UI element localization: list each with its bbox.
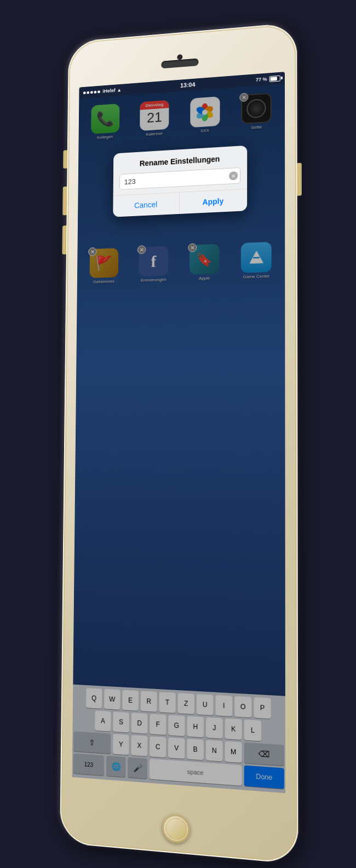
key-c[interactable]: C <box>150 736 166 757</box>
signal-dot-2 <box>87 91 89 94</box>
key-l[interactable]: L <box>244 720 261 742</box>
time-display: 13:04 <box>180 81 196 89</box>
key-globe[interactable]: 🌐 <box>106 756 126 777</box>
battery-fill <box>271 77 277 81</box>
keyboard-row-bottom: 123 🌐 🎤 space Done <box>73 754 284 789</box>
key-r[interactable]: R <box>141 691 157 711</box>
status-left: iHelef ▲ <box>83 87 122 95</box>
apply-button[interactable]: Apply <box>179 189 247 214</box>
key-o[interactable]: O <box>234 696 251 717</box>
cancel-button[interactable]: Cancel <box>113 193 179 217</box>
key-u[interactable]: U <box>197 694 214 715</box>
signal-dot-3 <box>90 91 93 94</box>
key-h[interactable]: H <box>187 716 204 737</box>
phone: iHelef ▲ 13:04 77 % <box>60 22 298 864</box>
keyboard-row3: ⇧ Y X C V B N M ⌫ <box>73 731 284 766</box>
mute-button[interactable] <box>63 150 67 169</box>
app-icon-appstore <box>241 242 272 273</box>
signal-dot-4 <box>94 90 97 93</box>
screen-content: 📞 Kollegen Dienstag 21 Kalenner <box>72 84 285 793</box>
key-y[interactable]: Y <box>113 734 129 755</box>
signal-dot-5 <box>97 90 100 93</box>
key-t[interactable]: T <box>159 692 175 713</box>
phone-body: iHelef ▲ 13:04 77 % <box>60 22 298 864</box>
key-backspace[interactable]: ⌫ <box>244 742 284 766</box>
key-d[interactable]: D <box>131 713 148 734</box>
status-right: 77 % <box>256 75 280 83</box>
key-n[interactable]: N <box>206 740 223 762</box>
key-e[interactable]: E <box>122 690 139 711</box>
app-label-gamecenter: Game Center <box>243 274 270 280</box>
dialog-overlay: Rename Einstellungen ✕ Cancel Apply <box>72 84 285 793</box>
key-f[interactable]: F <box>150 714 166 735</box>
power-button[interactable] <box>297 163 302 195</box>
rename-dialog: Rename Einstellungen ✕ Cancel Apply <box>113 146 247 217</box>
earpiece-speaker <box>161 58 198 68</box>
screen: iHelef ▲ 13:04 77 % <box>72 72 285 793</box>
key-x[interactable]: X <box>131 735 147 756</box>
key-done[interactable]: Done <box>244 765 284 789</box>
key-k[interactable]: K <box>225 719 242 740</box>
key-m[interactable]: M <box>225 741 242 763</box>
home-button[interactable] <box>162 813 190 844</box>
volume-down-button[interactable] <box>62 225 66 254</box>
wifi-icon: ▲ <box>117 87 122 92</box>
appstore-svg <box>248 248 265 267</box>
home-button-inner <box>165 817 187 841</box>
carrier-label: iHelef <box>102 88 115 94</box>
key-v[interactable]: V <box>168 737 185 759</box>
key-s[interactable]: S <box>113 711 129 732</box>
key-space[interactable]: space <box>150 759 242 786</box>
app-item-gamecenter[interactable]: Game Center <box>233 241 279 280</box>
key-z[interactable]: Z <box>178 693 194 714</box>
key-b[interactable]: B <box>187 739 204 760</box>
signal-dot-1 <box>83 91 86 94</box>
key-g[interactable]: G <box>168 715 185 736</box>
volume-up-button[interactable] <box>62 187 67 216</box>
key-p[interactable]: P <box>254 697 271 719</box>
key-i[interactable]: I <box>215 695 232 716</box>
key-mic[interactable]: 🎤 <box>128 757 147 779</box>
signal-dots <box>83 90 100 94</box>
battery-icon <box>269 75 280 82</box>
key-j[interactable]: J <box>206 717 223 738</box>
battery-percent: 77 % <box>256 77 267 83</box>
